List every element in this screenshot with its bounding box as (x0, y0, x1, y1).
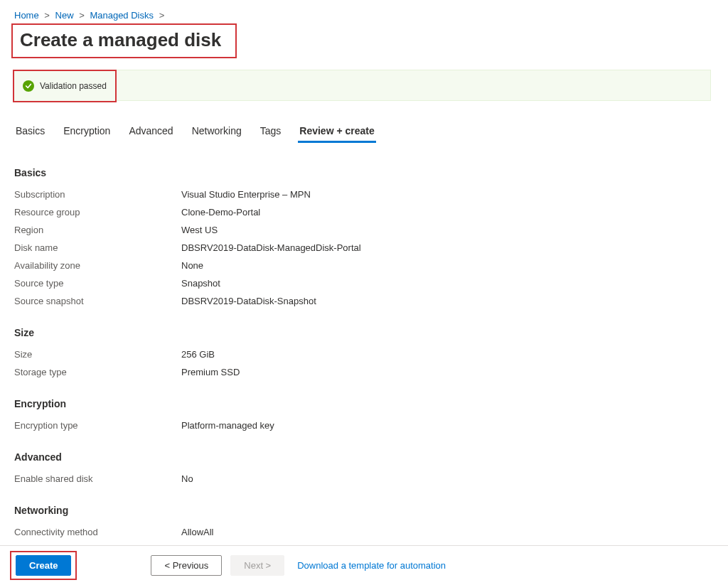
review-content: Basics SubscriptionVisual Studio Enterpr… (0, 143, 728, 585)
section-networking-title: Networking (14, 505, 714, 516)
value-size: 256 GiB (181, 349, 215, 360)
value-connectivity-method: AllowAll (181, 527, 214, 537)
breadcrumb: Home > New > Managed Disks > (0, 0, 728, 25)
label-connectivity-method: Connectivity method (14, 527, 181, 537)
section-encryption-title: Encryption (14, 398, 714, 409)
label-region: Region (14, 225, 181, 235)
value-region: West US (181, 225, 218, 235)
tab-networking[interactable]: Networking (191, 121, 243, 143)
value-subscription: Visual Studio Enterprise – MPN (181, 189, 311, 200)
label-availability-zone: Availability zone (14, 260, 181, 271)
breadcrumb-managed-disks[interactable]: Managed Disks (90, 10, 154, 21)
download-template-link[interactable]: Download a template for automation (297, 560, 446, 571)
previous-button[interactable]: < Previous (151, 555, 222, 576)
section-advanced-title: Advanced (14, 451, 714, 463)
label-enable-shared-disk: Enable shared disk (14, 473, 181, 484)
breadcrumb-new[interactable]: New (55, 10, 74, 21)
tab-review-create[interactable]: Review + create (298, 121, 375, 143)
section-basics-title: Basics (14, 167, 714, 178)
breadcrumb-home[interactable]: Home (14, 10, 39, 21)
section-size-title: Size (14, 327, 714, 338)
tab-bar: Basics Encryption Advanced Networking Ta… (0, 101, 728, 143)
chevron-right-icon: > (44, 10, 50, 21)
label-subscription: Subscription (14, 189, 181, 200)
label-encryption-type: Encryption type (14, 420, 181, 431)
chevron-right-icon: > (159, 10, 165, 21)
value-availability-zone: None (181, 260, 203, 271)
tab-advanced[interactable]: Advanced (127, 121, 174, 143)
value-storage-type: Premium SSD (181, 367, 240, 377)
tab-basics[interactable]: Basics (14, 121, 46, 143)
value-resource-group: Clone-Demo-Portal (181, 207, 260, 218)
value-encryption-type: Platform-managed key (181, 420, 274, 431)
create-button[interactable]: Create (16, 555, 71, 576)
chevron-right-icon: > (79, 10, 85, 21)
value-source-snapshot: DBSRV2019-DataDisk-Snapshot (181, 296, 316, 306)
label-storage-type: Storage type (14, 367, 181, 377)
value-disk-name: DBSRV2019-DataDisk-ManagedDisk-Portal (181, 242, 361, 253)
label-size: Size (14, 349, 181, 360)
label-resource-group: Resource group (14, 207, 181, 218)
label-source-snapshot: Source snapshot (14, 296, 181, 306)
value-source-type: Snapshot (181, 278, 220, 289)
page-title: Create a managed disk (16, 25, 228, 57)
label-source-type: Source type (14, 278, 181, 289)
tab-tags[interactable]: Tags (259, 121, 283, 143)
validation-status: Validation passed (40, 81, 107, 91)
footer-action-bar: Create < Previous Next > Download a temp… (0, 545, 728, 585)
next-button: Next > (230, 555, 284, 576)
tab-encryption[interactable]: Encryption (62, 121, 112, 143)
label-disk-name: Disk name (14, 242, 181, 253)
check-circle-icon (23, 80, 34, 92)
value-enable-shared-disk: No (181, 473, 193, 484)
